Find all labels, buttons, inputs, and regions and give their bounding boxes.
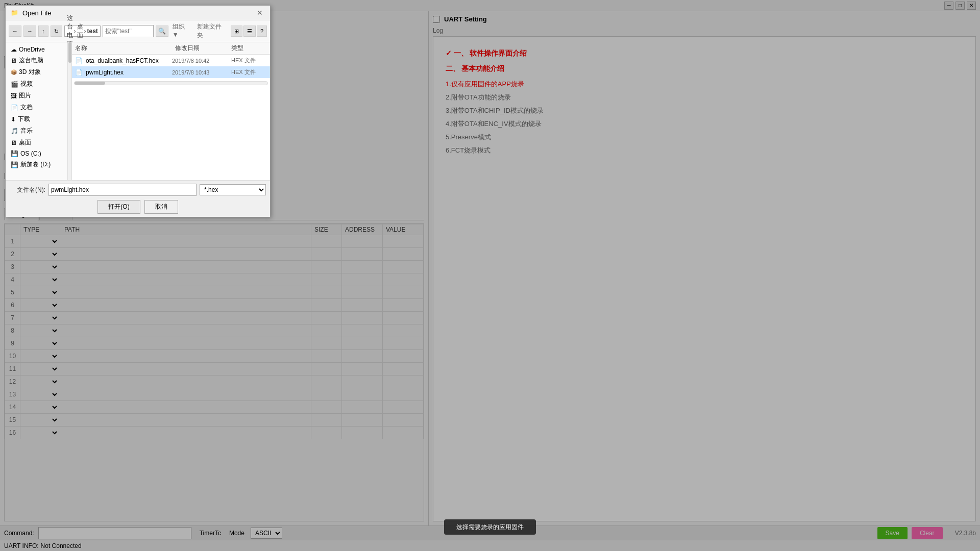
app-window: PhyPlusKit ─ □ ✕ COM Timeout 4000 Save C… bbox=[0, 0, 980, 551]
filename-label: 文件名(N): bbox=[10, 186, 45, 194]
file1-date: 2019/7/8 10:42 bbox=[172, 58, 228, 64]
file-list-header: 名称 修改日期 类型 bbox=[72, 42, 270, 55]
sidebar-nav-pictures[interactable]: 🖼 图片 bbox=[6, 90, 71, 102]
file-list-scrollbar[interactable] bbox=[72, 78, 270, 88]
video-icon: 🎬 bbox=[11, 81, 18, 88]
dialog-title: Open File bbox=[22, 9, 251, 17]
dialog-toolbar: ← → ↑ ↻ 这台电脑 › 桌面 › test 🔍 组织 ▼ 新建文件夹 ⊞ … bbox=[6, 20, 270, 42]
desktop-icon: 🖥 bbox=[11, 139, 17, 146]
newfolder-label[interactable]: 新建文件夹 bbox=[197, 22, 227, 40]
dialog-body: ☁ OneDrive 🖥 这台电脑 📦 3D 对象 🎬 视频 🖼 图 bbox=[6, 42, 270, 180]
org-label: 组织 ▼ bbox=[173, 22, 192, 40]
path-folder1[interactable]: 桌面 bbox=[77, 22, 83, 40]
downloads-icon: ⬇ bbox=[11, 116, 16, 123]
sidebar-nav-video[interactable]: 🎬 视频 bbox=[6, 78, 71, 90]
sidebar-nav-osdrive[interactable]: 💾 OS (C:) bbox=[6, 148, 71, 159]
file2-date: 2019/7/8 10:43 bbox=[172, 69, 228, 76]
sidebar-scrollbar[interactable] bbox=[67, 42, 71, 180]
search-input[interactable] bbox=[103, 25, 154, 37]
nav-refresh-button[interactable]: ↻ bbox=[51, 26, 62, 37]
path-bar: 这台电脑 › 桌面 › test bbox=[64, 26, 101, 37]
file2-icon: 📄 bbox=[75, 69, 83, 76]
search-button[interactable]: 🔍 bbox=[156, 26, 168, 37]
hscrollbar-thumb bbox=[75, 82, 105, 85]
file1-icon: 📄 bbox=[75, 57, 83, 64]
sidebar-nav-thispc[interactable]: 🖥 这台电脑 bbox=[6, 55, 71, 66]
nav-forward-button[interactable]: → bbox=[23, 26, 36, 37]
music-icon: 🎵 bbox=[11, 128, 18, 135]
dialog-close-button[interactable]: ✕ bbox=[255, 9, 265, 17]
sidebar-nav-3d[interactable]: 📦 3D 对象 bbox=[6, 66, 71, 78]
sidebar-nav-downloads[interactable]: ⬇ 下载 bbox=[6, 113, 71, 125]
file1-name: ota_dualbank_hasFCT.hex bbox=[86, 57, 169, 64]
nav-up-button[interactable]: ↑ bbox=[38, 26, 48, 37]
osdrive-icon: 💾 bbox=[11, 150, 18, 157]
onedrive-icon: ☁ bbox=[11, 46, 17, 53]
sidebar-scrollbar-thumb bbox=[68, 42, 71, 63]
col-name-header: 名称 bbox=[75, 44, 175, 53]
docs-icon: 📄 bbox=[11, 104, 18, 111]
file2-name: pwmLight.hex bbox=[86, 69, 169, 76]
file-item-1[interactable]: 📄 ota_dualbank_hasFCT.hex 2019/7/8 10:42… bbox=[72, 55, 270, 66]
open-button[interactable]: 打开(O) bbox=[97, 200, 140, 214]
view-detail-button[interactable]: ☰ bbox=[243, 26, 256, 37]
sidebar-nav-ddrive[interactable]: 💾 新加卷 (D:) bbox=[6, 159, 71, 170]
dialog-title-icon: 📁 bbox=[11, 9, 18, 16]
path-folder2[interactable]: test bbox=[87, 28, 98, 35]
col-type-header2: 类型 bbox=[231, 44, 267, 53]
dialog-title-bar: 📁 Open File ✕ bbox=[6, 6, 270, 20]
horizontal-scrollbar bbox=[74, 81, 268, 85]
thispc-icon: 🖥 bbox=[11, 57, 17, 64]
ddrive-icon: 💾 bbox=[11, 161, 18, 168]
file-item-2[interactable]: 📄 pwmLight.hex 2019/7/8 10:43 HEX 文件 bbox=[72, 66, 270, 78]
view-grid-button[interactable]: ⊞ bbox=[231, 26, 242, 37]
help-dialog-button[interactable]: ? bbox=[257, 26, 267, 37]
dialog-buttons: 打开(O) 取消 bbox=[10, 200, 266, 214]
sidebar-nav-docs[interactable]: 📄 文档 bbox=[6, 102, 71, 113]
file-list-area: 名称 修改日期 类型 📄 ota_dualbank_hasFCT.hex 201… bbox=[72, 42, 270, 180]
sidebar-nav-music[interactable]: 🎵 音乐 bbox=[6, 125, 71, 137]
col-date-header: 修改日期 bbox=[175, 44, 231, 53]
dialog-sidebar-nav: ☁ OneDrive 🖥 这台电脑 📦 3D 对象 🎬 视频 🖼 图 bbox=[6, 42, 72, 180]
filename-input[interactable] bbox=[48, 184, 197, 196]
3d-icon: 📦 bbox=[11, 69, 17, 75]
nav-back-button[interactable]: ← bbox=[9, 26, 21, 37]
pictures-icon: 🖼 bbox=[11, 92, 17, 99]
open-file-dialog: 📁 Open File ✕ ← → ↑ ↻ 这台电脑 › 桌面 › test 🔍… bbox=[5, 5, 271, 217]
sidebar-nav-onedrive[interactable]: ☁ OneDrive bbox=[6, 44, 71, 55]
tooltip: 选择需要烧录的应用固件 bbox=[444, 519, 536, 535]
filename-row: 文件名(N): *.hex bbox=[10, 184, 266, 196]
dialog-action-bar: 文件名(N): *.hex 打开(O) 取消 bbox=[6, 180, 270, 217]
sidebar-nav-desktop[interactable]: 🖥 桌面 bbox=[6, 137, 71, 148]
file1-type: HEX 文件 bbox=[231, 57, 267, 64]
cancel-button[interactable]: 取消 bbox=[144, 200, 178, 214]
filetype-select[interactable]: *.hex bbox=[200, 184, 266, 195]
file2-type: HEX 文件 bbox=[231, 68, 267, 76]
